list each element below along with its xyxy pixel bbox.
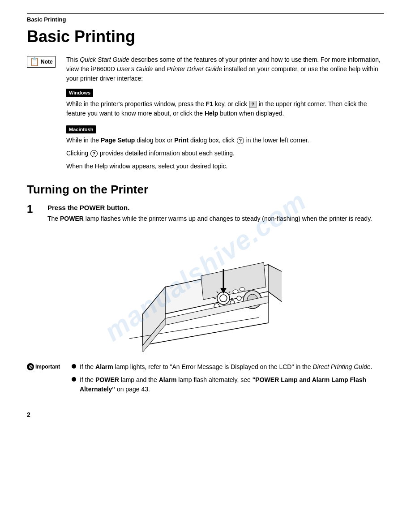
mac-paragraph-3: When the Help window appears, select you… — [66, 162, 384, 171]
windows-text-1: While in the printer's properties window… — [66, 100, 249, 107]
windows-badge: Windows — [66, 87, 384, 99]
important-circle-icon: ⊘ — [27, 363, 34, 370]
breadcrumb: Basic Printing — [27, 16, 66, 23]
help-square-icon: ? — [249, 101, 257, 108]
svg-point-18 — [237, 296, 241, 300]
important-item-1: If the Alarm lamp lights, refer to "An E… — [72, 362, 384, 372]
step-1-desc-pre: The — [47, 215, 60, 222]
mac-text-2-post: provides detailed information about each… — [98, 150, 235, 157]
note-book-icon: 📋 — [30, 57, 39, 67]
bullet-icon-2 — [72, 377, 76, 382]
important-item-1-text: If the Alarm lamp lights, refer to "An E… — [80, 362, 372, 372]
step-1-content: Press the POWER button. The POWER lamp f… — [47, 204, 384, 228]
important-icon-inner: ⊘ Important — [27, 363, 60, 370]
important-label: Important — [35, 364, 60, 370]
mac-text-3: When the Help window appears, select you… — [66, 163, 227, 170]
important-item-2-text: If the POWER lamp and the Alarm lamp fla… — [80, 375, 384, 394]
note-users-guide: User's Guide — [117, 65, 153, 73]
windows-paragraph: While in the printer's properties window… — [66, 99, 384, 118]
step-1-number: 1 — [27, 203, 45, 215]
svg-point-22 — [240, 287, 245, 291]
important-icon: ⊘ Important — [27, 362, 72, 370]
note-quick-start-guide: Quick Start Guide — [80, 56, 129, 63]
note-text-1-pre: This — [66, 56, 80, 63]
note-paragraph-1: This Quick Start Guide describes some of… — [66, 55, 384, 83]
note-content: This Quick Start Guide describes some of… — [66, 55, 384, 175]
section-heading-turning-on: Turning on the Printer — [27, 183, 384, 197]
note-block: 📋 Note This Quick Start Guide describes … — [27, 55, 384, 175]
mac-os-label: Macintosh — [66, 125, 96, 134]
printer-illustration — [129, 233, 282, 354]
page-number: 2 — [27, 411, 384, 418]
note-label: Note — [41, 59, 53, 65]
mac-text-1-post: in the lower left corner. — [244, 137, 309, 144]
page-title: Basic Printing — [27, 27, 384, 46]
step-1-power-bold: POWER — [60, 215, 84, 222]
windows-os-label: Windows — [66, 89, 93, 97]
printer-image-container — [27, 233, 384, 354]
help-circle-icon-2: ? — [90, 150, 98, 157]
important-item-2: If the POWER lamp and the Alarm lamp fla… — [72, 375, 384, 394]
mac-badge: Macintosh — [66, 122, 384, 136]
step-1-desc: The POWER lamp flashes while the printer… — [47, 214, 384, 223]
top-rule-section: Basic Printing — [27, 13, 384, 23]
mac-text-1: While in the Page Setup dialog box or Pr… — [66, 137, 236, 144]
important-content: If the Alarm lamp lights, refer to "An E… — [72, 362, 384, 398]
step-1-title: Press the POWER button. — [47, 204, 384, 211]
note-icon-inner: 📋 Note — [27, 56, 56, 68]
mac-text-2-pre: Clicking — [66, 150, 90, 157]
important-block: ⊘ Important If the Alarm lamp lights, re… — [27, 362, 384, 398]
svg-marker-3 — [268, 265, 282, 305]
svg-point-5 — [217, 292, 230, 305]
note-printer-driver-guide: Printer Driver Guide — [167, 65, 222, 73]
mac-paragraph-1: While in the Page Setup dialog box or Pr… — [66, 136, 384, 145]
important-list: If the Alarm lamp lights, refer to "An E… — [72, 362, 384, 394]
bullet-icon-1 — [72, 364, 76, 369]
help-circle-icon-1: ? — [237, 137, 244, 144]
step-1-block: 1 Press the POWER button. The POWER lamp… — [27, 204, 384, 228]
svg-point-21 — [233, 290, 238, 293]
note-icon: 📋 Note — [27, 56, 63, 68]
mac-paragraph-2: Clicking ? provides detailed information… — [66, 149, 384, 158]
step-1-desc-post: lamp flashes while the printer warms up … — [84, 215, 372, 222]
